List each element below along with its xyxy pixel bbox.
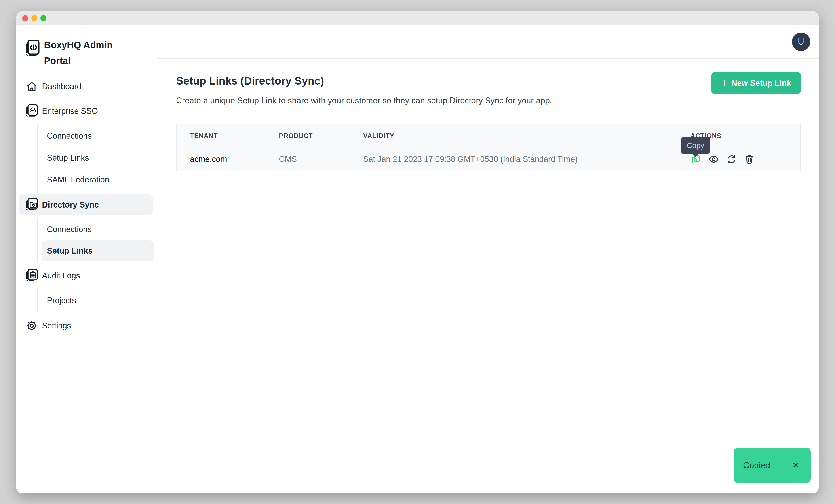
sidebar-item-label: Enterprise SSO	[42, 106, 98, 116]
audit-logs-keycap-icon	[24, 268, 39, 284]
directory-sync-subnav: Connections Setup Links	[37, 217, 158, 263]
sub-item-label: Connections	[47, 225, 91, 234]
copy-tooltip: Copy	[681, 137, 710, 154]
directory-sync-keycap-icon	[24, 197, 39, 213]
main-area: U Setup Links (Directory Sync) Create a …	[159, 25, 819, 493]
close-window-button[interactable]	[22, 15, 28, 21]
new-setup-link-label: New Setup Link	[731, 79, 791, 88]
sidebar-item-saml-federation[interactable]: SAML Federation	[38, 169, 158, 191]
audit-logs-subnav: Projects	[37, 288, 158, 313]
app-body: BoxyHQ Admin Portal Dashboard	[16, 25, 819, 493]
column-header-tenant: TENANT	[190, 132, 279, 140]
page-content: Setup Links (Directory Sync) Create a un…	[159, 59, 819, 171]
sub-item-label: Connections	[47, 131, 91, 141]
cell-product: CMS	[279, 155, 363, 164]
trash-icon	[744, 154, 755, 165]
sidebar-item-sso-connections[interactable]: Connections	[38, 125, 158, 147]
minimize-window-button[interactable]	[31, 15, 37, 21]
sidebar-item-label: Directory Sync	[42, 200, 99, 209]
topbar: U	[159, 25, 819, 59]
sidebar-item-dsync-connections[interactable]: Connections	[38, 219, 158, 240]
eye-icon	[708, 154, 719, 165]
zoom-window-button[interactable]	[40, 15, 46, 21]
row-actions	[690, 154, 800, 165]
sidebar-item-sso-setup-links[interactable]: Setup Links	[38, 147, 158, 169]
toast-close-button[interactable]: ✕	[792, 461, 799, 470]
desktop-background: BoxyHQ Admin Portal Dashboard	[0, 0, 835, 504]
avatar-initial: U	[798, 37, 805, 47]
sidebar-item-settings[interactable]: Settings	[16, 315, 158, 337]
sso-keycap-icon	[24, 103, 39, 119]
column-header-validity: VALIDITY	[363, 132, 690, 140]
column-header-product: PRODUCT	[279, 132, 363, 140]
sidebar-item-projects[interactable]: Projects	[38, 289, 158, 311]
sidebar-item-label: Dashboard	[42, 82, 81, 91]
new-setup-link-button[interactable]: + New Setup Link	[711, 72, 801, 94]
copied-toast: Copied ✕	[734, 448, 811, 483]
cell-tenant: acme.com	[190, 155, 279, 164]
toast-message: Copied	[743, 461, 770, 470]
sub-item-label: Setup Links	[47, 153, 89, 163]
sidebar-item-label: Settings	[42, 321, 71, 330]
sidebar: BoxyHQ Admin Portal Dashboard	[16, 25, 159, 493]
sidebar-nav: Dashboard Enterprise SSO	[16, 76, 158, 337]
delete-link-button[interactable]	[744, 154, 755, 165]
sidebar-item-dsync-setup-links[interactable]: Setup Links	[42, 240, 154, 261]
boxyhq-logo-icon	[24, 39, 40, 58]
refresh-icon	[726, 154, 737, 165]
sub-item-label: Setup Links	[47, 246, 93, 256]
brand: BoxyHQ Admin Portal	[16, 39, 158, 69]
home-icon	[24, 81, 39, 92]
page-description: Create a unique Setup Link to share with…	[176, 96, 801, 105]
cell-validity: Sat Jan 21 2023 17:09:38 GMT+0530 (India…	[363, 155, 690, 164]
sidebar-item-enterprise-sso[interactable]: Enterprise SSO	[16, 100, 158, 122]
setup-links-table: TENANT PRODUCT VALIDITY ACTIONS acme.com…	[176, 124, 800, 171]
sidebar-item-directory-sync[interactable]: Directory Sync	[19, 194, 152, 215]
plus-icon: +	[721, 77, 727, 89]
sidebar-item-audit-logs[interactable]: Audit Logs	[16, 265, 158, 286]
sub-item-label: SAML Federation	[47, 175, 109, 184]
brand-title: BoxyHQ Admin Portal	[44, 37, 127, 69]
user-avatar[interactable]: U	[792, 33, 810, 51]
regenerate-link-button[interactable]	[726, 154, 737, 165]
gear-icon	[24, 320, 39, 332]
sidebar-item-label: Audit Logs	[42, 271, 80, 280]
enterprise-sso-subnav: Connections Setup Links SAML Federation	[37, 124, 158, 192]
sidebar-item-dashboard[interactable]: Dashboard	[16, 76, 158, 97]
app-window: BoxyHQ Admin Portal Dashboard	[16, 11, 819, 493]
window-titlebar	[16, 11, 819, 25]
copy-tooltip-label: Copy	[687, 141, 704, 150]
page-title: Setup Links (Directory Sync)	[176, 75, 801, 87]
view-link-button[interactable]	[708, 154, 719, 165]
sub-item-label: Projects	[47, 296, 76, 305]
